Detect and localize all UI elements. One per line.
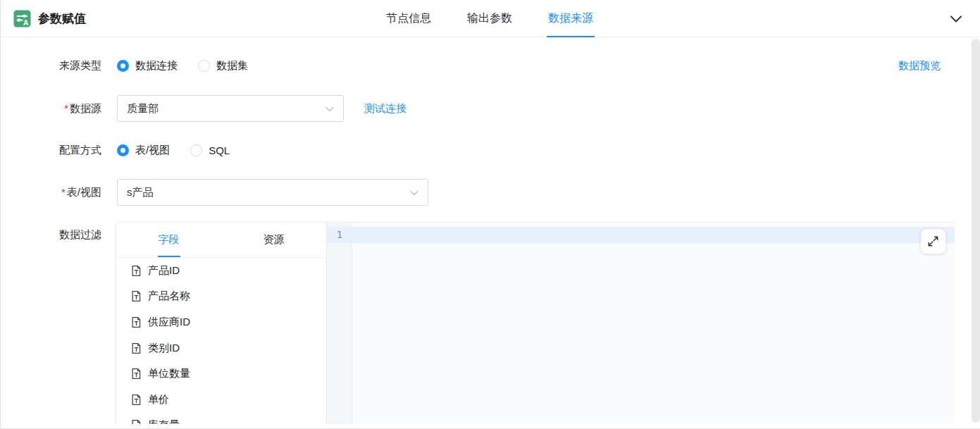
field-item-label: 单位数量 — [148, 367, 190, 380]
field-item[interactable]: 库存量 — [116, 413, 326, 424]
field-item[interactable]: 产品ID — [116, 258, 326, 284]
text-field-icon — [130, 265, 142, 277]
config-mode-label: 配置方式 — [1, 144, 101, 157]
row-source-type: 来源类型 数据连接 数据集 — [1, 55, 248, 76]
table-view-label: *表/视图 — [1, 186, 101, 199]
field-item-label: 单价 — [148, 393, 169, 406]
fields-list: 产品ID 产品名称 供应商ID 类别ID — [116, 258, 326, 424]
fields-pane-tabs: 字段 资源 — [116, 223, 326, 258]
tab-node-info[interactable]: 节点信息 — [385, 0, 433, 37]
datasource-select[interactable]: 质量部 — [117, 95, 344, 122]
radio-data-connection-label[interactable]: 数据连接 — [135, 59, 178, 73]
field-item[interactable]: 供应商ID — [116, 309, 326, 335]
field-item-label: 供应商ID — [148, 316, 190, 329]
table-view-select-value: s产品 — [127, 186, 154, 199]
tab-data-source[interactable]: 数据来源 — [547, 0, 595, 37]
text-field-icon — [130, 394, 142, 406]
editor-line-number: 1 — [327, 227, 352, 243]
title-group: A 参数赋值 — [13, 0, 86, 37]
row-data-filter: 数据过滤 字段 资源 产品ID 产品名称 — [1, 222, 955, 424]
tab-resources[interactable]: 资源 — [221, 223, 326, 257]
radio-table-view[interactable] — [117, 144, 129, 156]
tab-resources-label: 资源 — [263, 233, 285, 247]
field-item[interactable]: 单位数量 — [116, 361, 326, 387]
data-filter-label: 数据过滤 — [1, 222, 101, 242]
parameter-assignment-icon: A — [13, 10, 31, 27]
tab-data-source-label: 数据来源 — [548, 11, 593, 26]
chevron-down-icon[interactable] — [948, 11, 965, 27]
chevron-down-icon — [324, 104, 335, 115]
datasource-select-value: 质量部 — [127, 102, 159, 116]
editor-gutter — [327, 223, 352, 424]
text-field-icon — [130, 316, 142, 328]
radio-sql-label[interactable]: SQL — [209, 144, 230, 156]
parameter-assignment-panel: A 参数赋值 节点信息 输出参数 数据来源 来源类型 数据连接 数据集 数据预览… — [0, 0, 980, 429]
required-mark: * — [64, 102, 68, 114]
filter-code-editor[interactable]: 1 — [327, 223, 955, 424]
row-table-view: *表/视图 s产品 — [1, 179, 428, 206]
field-item[interactable]: 产品名称 — [116, 284, 326, 310]
expand-icon — [926, 235, 940, 248]
expand-editor-button[interactable] — [921, 229, 945, 254]
fields-pane: 字段 资源 产品ID 产品名称 供应商ID — [116, 223, 327, 424]
datasource-label: *数据源 — [1, 102, 101, 116]
radio-dataset-label[interactable]: 数据集 — [216, 59, 248, 73]
field-item[interactable]: 类别ID — [116, 335, 326, 361]
editor-active-line — [327, 227, 955, 243]
tab-fields-label: 字段 — [159, 233, 180, 247]
text-field-icon — [130, 342, 142, 354]
field-item-label: 类别ID — [148, 342, 180, 355]
tab-fields[interactable]: 字段 — [116, 223, 221, 257]
radio-dataset[interactable] — [198, 60, 210, 72]
row-datasource: *数据源 质量部 测试连接 — [1, 95, 407, 122]
radio-sql[interactable] — [190, 144, 202, 156]
radio-data-connection[interactable] — [117, 60, 129, 72]
text-field-icon — [130, 368, 142, 380]
source-type-label: 来源类型 — [1, 59, 101, 73]
field-item-label: 库存量 — [148, 418, 180, 424]
header-tabs: 节点信息 输出参数 数据来源 — [385, 0, 595, 37]
radio-table-view-label[interactable]: 表/视图 — [135, 144, 170, 157]
data-preview-link[interactable]: 数据预览 — [898, 59, 941, 73]
field-item-label: 产品ID — [148, 264, 180, 278]
field-item[interactable]: 单价 — [116, 387, 326, 413]
page-title: 参数赋值 — [38, 11, 86, 27]
chevron-down-icon — [409, 187, 420, 199]
panel-header: A 参数赋值 节点信息 输出参数 数据来源 — [1, 0, 980, 37]
field-item-label: 产品名称 — [148, 290, 190, 303]
required-mark: * — [61, 186, 66, 198]
svg-text:A: A — [23, 19, 29, 27]
vertical-scrollbar[interactable] — [972, 39, 980, 423]
text-field-icon — [130, 290, 142, 302]
tab-node-info-label: 节点信息 — [386, 11, 431, 26]
filter-panel: 字段 资源 产品ID 产品名称 供应商ID — [116, 222, 955, 424]
tab-output-params[interactable]: 输出参数 — [466, 0, 514, 37]
row-config-mode: 配置方式 表/视图 SQL — [1, 139, 230, 161]
tab-output-params-label: 输出参数 — [467, 11, 512, 26]
test-connection-link[interactable]: 测试连接 — [364, 102, 407, 116]
table-view-select[interactable]: s产品 — [117, 179, 428, 206]
text-field-icon — [130, 419, 142, 424]
